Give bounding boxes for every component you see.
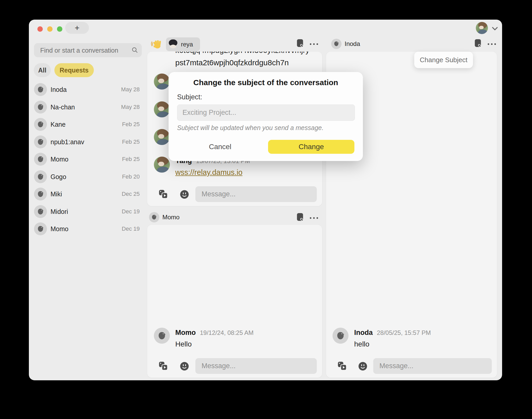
conversation-row[interactable]: Miki Dec 25 bbox=[29, 186, 145, 202]
reya-avatar bbox=[168, 39, 178, 49]
minimize-window-button[interactable] bbox=[47, 26, 53, 32]
conversation-date: Feb 25 bbox=[111, 151, 140, 167]
conversation-row[interactable]: npub1:anav Feb 25 bbox=[29, 134, 145, 150]
conversation-name: npub1:anav bbox=[51, 134, 84, 150]
filter-requests-tab[interactable]: Requests bbox=[54, 63, 94, 77]
chat-title: Inoda bbox=[345, 39, 360, 49]
attach-media-icon[interactable] bbox=[338, 361, 347, 371]
change-subject-tooltip: Change Subject bbox=[414, 52, 473, 68]
message-text: Hello bbox=[175, 340, 192, 348]
conversation-row[interactable]: Gogo Feb 20 bbox=[29, 169, 145, 184]
attach-media-icon[interactable] bbox=[159, 190, 168, 199]
dialog-title: Change the subject of the conversation bbox=[169, 78, 363, 87]
subject-note: Subject will be updated when you send a … bbox=[177, 124, 323, 132]
conversation-date: May 28 bbox=[111, 82, 140, 97]
message-text: hello bbox=[354, 340, 369, 348]
default-bird-avatar bbox=[34, 135, 47, 148]
close-window-button[interactable] bbox=[37, 26, 43, 32]
conversation-date: May 28 bbox=[111, 99, 140, 115]
relay-link[interactable]: wss://relay.damus.io bbox=[175, 168, 243, 177]
chevron-down-icon[interactable] bbox=[492, 27, 498, 32]
default-bird-avatar bbox=[34, 188, 47, 200]
attach-media-icon[interactable] bbox=[159, 361, 168, 371]
message-sender: Momo bbox=[175, 329, 196, 337]
message-sender: Inoda bbox=[354, 329, 373, 337]
emoji-picker-icon[interactable] bbox=[180, 362, 189, 371]
conversation-row[interactable]: Kane Feb 25 bbox=[29, 117, 145, 132]
chat-title: reya bbox=[181, 37, 193, 51]
conversation-date: Feb 20 bbox=[111, 169, 140, 184]
zoom-window-button[interactable] bbox=[57, 26, 62, 32]
npub-text-clipped: k6t6qjq4mpdg2lygh4wf366ykzkhvvmjry bbox=[175, 52, 309, 55]
account-avatar[interactable] bbox=[476, 22, 488, 34]
subject-input[interactable] bbox=[177, 104, 355, 121]
cancel-button[interactable]: Cancel bbox=[184, 140, 256, 154]
search-icon bbox=[131, 47, 138, 54]
conversation-name: Miki bbox=[51, 186, 62, 202]
conversation-row[interactable]: Na-chan May 28 bbox=[29, 99, 145, 115]
change-subject-dialog: Change the subject of the conversation S… bbox=[169, 72, 363, 161]
message-timestamp: 28/05/25, 15:57 PM bbox=[377, 329, 431, 336]
chat-title: Momo bbox=[162, 212, 180, 222]
message-avatar bbox=[154, 101, 170, 117]
change-button[interactable]: Change bbox=[268, 140, 354, 154]
default-bird-avatar bbox=[34, 83, 47, 96]
default-bird-avatar bbox=[34, 170, 47, 183]
conversation-name: Midori bbox=[51, 204, 68, 219]
more-options-icon[interactable] bbox=[310, 217, 318, 219]
conversation-date: Feb 25 bbox=[111, 134, 140, 150]
message-avatar bbox=[154, 328, 170, 344]
default-bird-avatar bbox=[34, 101, 47, 114]
app-window: + All Requests Inoda May 28 Na-chan May … bbox=[29, 20, 502, 380]
conversation-row[interactable]: Momo Feb 25 bbox=[29, 151, 145, 167]
subject-label: Subject: bbox=[177, 93, 202, 101]
chat-panel-momo: Momo 19/12/24, 08:25 AM Hello bbox=[147, 225, 322, 378]
message-input[interactable] bbox=[195, 358, 317, 374]
change-subject-icon[interactable] bbox=[296, 213, 304, 222]
default-bird-avatar bbox=[34, 222, 47, 235]
more-options-icon[interactable] bbox=[488, 43, 496, 45]
message-avatar bbox=[332, 328, 348, 344]
message-input[interactable] bbox=[373, 358, 492, 374]
conversation-name: Momo bbox=[51, 151, 68, 167]
chat-title-chip-reya[interactable]: reya bbox=[166, 37, 200, 51]
conversation-name: Gogo bbox=[51, 169, 66, 184]
message-avatar bbox=[154, 129, 170, 145]
filter-all-tab[interactable]: All bbox=[34, 63, 51, 77]
npub-text: pst7mta2t6wpjh0qfzkdrdgu8ch7n bbox=[175, 58, 289, 67]
conversation-name: Kane bbox=[51, 117, 65, 132]
conversation-date: Dec 25 bbox=[111, 186, 140, 202]
conversation-date: Dec 19 bbox=[111, 221, 140, 237]
default-bird-avatar bbox=[34, 205, 47, 218]
more-options-icon[interactable] bbox=[310, 43, 318, 45]
conversation-name: Na-chan bbox=[51, 99, 75, 115]
conversation-date: Feb 25 bbox=[111, 117, 140, 132]
conversation-row[interactable]: Inoda May 28 bbox=[29, 82, 145, 97]
message-input[interactable] bbox=[195, 186, 317, 202]
conversation-row[interactable]: Momo Dec 19 bbox=[29, 221, 145, 237]
conversation-name: Momo bbox=[51, 221, 68, 237]
message-timestamp: 19/12/24, 08:25 AM bbox=[200, 329, 253, 336]
message-avatar bbox=[154, 157, 170, 173]
conversation-name: Inoda bbox=[51, 82, 67, 97]
emoji-picker-icon[interactable] bbox=[180, 190, 189, 199]
message-avatar bbox=[154, 74, 170, 90]
conversation-search bbox=[34, 43, 142, 57]
waving-hand-icon bbox=[151, 39, 161, 49]
default-bird-avatar bbox=[149, 212, 159, 222]
default-bird-avatar bbox=[331, 39, 342, 49]
search-input[interactable] bbox=[40, 43, 131, 58]
new-conversation-button[interactable]: + bbox=[65, 22, 89, 34]
change-subject-icon[interactable] bbox=[296, 39, 304, 48]
conversation-row[interactable]: Midori Dec 19 bbox=[29, 204, 145, 219]
conversation-date: Dec 19 bbox=[111, 204, 140, 219]
emoji-picker-icon[interactable] bbox=[358, 362, 368, 371]
change-subject-icon[interactable] bbox=[474, 39, 482, 48]
default-bird-avatar bbox=[34, 153, 47, 166]
screen-background: + All Requests Inoda May 28 Na-chan May … bbox=[0, 0, 532, 419]
default-bird-avatar bbox=[34, 118, 47, 131]
